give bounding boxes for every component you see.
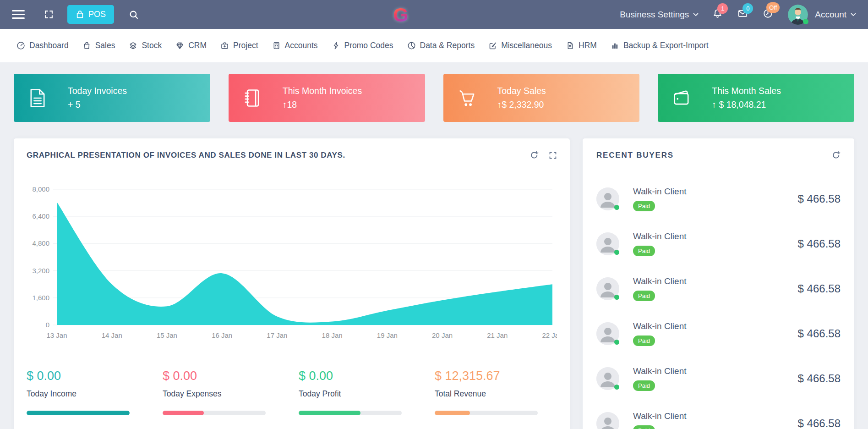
chevron-down-icon <box>693 13 699 16</box>
progress-track <box>435 411 538 415</box>
summary-value: $ 12,315.67 <box>435 369 557 383</box>
svg-text:8,000: 8,000 <box>32 185 49 193</box>
recent-buyers-card: RECENT BUYERS Walk-in ClientPaid$ 466.58… <box>583 138 854 429</box>
search-button[interactable] <box>129 10 139 20</box>
svg-text:14 Jan: 14 Jan <box>102 331 122 339</box>
pie-chart-icon <box>407 41 416 50</box>
buyer-name: Walk-in Client <box>633 366 687 376</box>
shopping-bag-icon <box>82 41 91 50</box>
stat-card-title: Today Invoices <box>68 86 127 96</box>
buyer-avatar <box>596 412 619 429</box>
svg-text:1,600: 1,600 <box>32 294 49 302</box>
user-avatar[interactable] <box>788 5 808 25</box>
paid-badge: Paid <box>633 336 655 346</box>
svg-text:18 Jan: 18 Jan <box>322 331 343 339</box>
summary-today-expenses: $ 0.00 Today Expenses <box>163 369 285 415</box>
menu-item-miscellaneous[interactable]: Miscellaneous <box>488 41 552 50</box>
messages-button[interactable]: 0 <box>737 8 748 21</box>
online-status-dot <box>803 19 808 24</box>
business-settings-label: Business Settings <box>620 10 689 20</box>
menu-item-stock[interactable]: Stock <box>129 41 162 50</box>
buyer-amount: $ 466.58 <box>798 417 841 429</box>
buyer-row[interactable]: Walk-in ClientPaid$ 466.58 <box>596 221 841 266</box>
account-menu[interactable]: Account <box>815 10 856 20</box>
buyer-row[interactable]: Walk-in ClientPaid$ 466.58 <box>596 311 841 356</box>
cart-icon <box>456 87 478 109</box>
clock-button[interactable]: Off <box>763 8 773 21</box>
buyer-list: Walk-in ClientPaid$ 466.58Walk-in Client… <box>596 176 841 429</box>
buyer-row[interactable]: Walk-in ClientPaid$ 466.58 <box>596 401 841 429</box>
stat-card-title: This Month Invoices <box>283 86 362 96</box>
buyer-row[interactable]: Walk-in ClientPaid$ 466.58 <box>596 266 841 311</box>
buyers-refresh-button[interactable] <box>832 151 841 160</box>
shopping-bag-icon <box>76 10 84 19</box>
business-settings-menu[interactable]: Business Settings <box>620 10 699 20</box>
person-silhouette-icon <box>596 412 619 429</box>
progress-track <box>27 411 130 415</box>
svg-text:21 Jan: 21 Jan <box>487 331 508 339</box>
paid-badge: Paid <box>633 380 655 391</box>
chart-expand-button[interactable] <box>549 151 557 160</box>
menu-item-hrm[interactable]: HRM <box>566 41 597 50</box>
menu-item-sales[interactable]: Sales <box>82 41 115 50</box>
notification-count-badge: 1 <box>717 3 728 14</box>
menu-item-promo-codes[interactable]: Promo Codes <box>332 41 393 50</box>
paid-badge: Paid <box>633 425 655 429</box>
buyer-name: Walk-in Client <box>633 187 687 197</box>
buyer-status-dot <box>614 385 619 390</box>
menu-toggle-button[interactable] <box>12 10 25 19</box>
buyer-row[interactable]: Walk-in ClientPaid$ 466.58 <box>596 176 841 221</box>
fullscreen-button[interactable] <box>44 10 54 19</box>
paid-badge: Paid <box>633 246 655 256</box>
app-logo[interactable]: G <box>391 4 411 26</box>
menu-item-backup-export[interactable]: Backup & Export-Import <box>611 41 709 50</box>
stat-card-value: ↑ $ 18,048.21 <box>712 99 781 110</box>
stat-card-title: Today Sales <box>497 86 546 96</box>
area-chart[interactable]: 01,6003,2004,8006,4008,00013 Jan14 Jan15… <box>27 182 557 352</box>
summary-value: $ 0.00 <box>163 369 285 383</box>
summary-label: Today Income <box>27 389 149 399</box>
summary-value: $ 0.00 <box>299 369 421 383</box>
summary-today-profit: $ 0.00 Today Profit <box>299 369 421 415</box>
buyer-avatar <box>596 232 619 255</box>
menu-item-dashboard[interactable]: Dashboard <box>16 41 69 50</box>
summary-value: $ 0.00 <box>27 369 149 383</box>
chart-refresh-button[interactable] <box>530 151 539 160</box>
notifications-button[interactable]: 1 <box>712 8 723 21</box>
buyer-status-dot <box>614 250 619 255</box>
calculator-icon <box>272 41 281 50</box>
document-icon <box>566 41 574 50</box>
stat-card-month-invoices[interactable]: This Month Invoices ↑18 <box>229 74 425 122</box>
svg-text:17 Jan: 17 Jan <box>267 331 287 339</box>
stat-card-today-sales[interactable]: Today Sales ↑$ 2,332.90 <box>443 74 640 122</box>
search-icon <box>129 10 139 20</box>
buyer-amount: $ 466.58 <box>798 192 841 205</box>
account-label: Account <box>815 10 846 20</box>
invoice-icon <box>27 87 49 109</box>
buyer-amount: $ 466.58 <box>798 237 841 250</box>
refresh-icon <box>530 151 539 160</box>
buyer-name: Walk-in Client <box>633 411 687 421</box>
progress-fill <box>163 411 204 415</box>
stat-card-today-invoices[interactable]: Today Invoices + 5 <box>14 74 210 122</box>
menu-item-data-reports[interactable]: Data & Reports <box>407 41 475 50</box>
summary-label: Total Revenue <box>435 389 557 399</box>
menu-item-accounts[interactable]: Accounts <box>272 41 318 50</box>
buyer-name: Walk-in Client <box>633 321 687 331</box>
progress-track <box>163 411 266 415</box>
stat-card-month-sales[interactable]: This Month Sales ↑ $ 18,048.21 <box>658 74 854 122</box>
pos-button[interactable]: POS <box>67 5 114 24</box>
menu-item-project[interactable]: Project <box>220 41 258 50</box>
buyer-row[interactable]: Walk-in ClientPaid$ 466.58 <box>596 356 841 401</box>
chart-title: GRAPHICAL PRESENTATION OF INVOICES AND S… <box>27 151 345 160</box>
buyer-avatar <box>596 277 619 300</box>
wallet-icon <box>671 87 693 109</box>
svg-text:13 Jan: 13 Jan <box>46 331 67 339</box>
menu-item-crm[interactable]: CRM <box>175 41 207 50</box>
expand-icon <box>549 151 557 160</box>
pos-button-label: POS <box>88 10 106 19</box>
buyer-amount: $ 466.58 <box>798 282 841 295</box>
summary-today-income: $ 0.00 Today Income <box>27 369 149 415</box>
buyer-amount: $ 466.58 <box>798 372 841 385</box>
recent-buyers-title: RECENT BUYERS <box>596 151 674 160</box>
